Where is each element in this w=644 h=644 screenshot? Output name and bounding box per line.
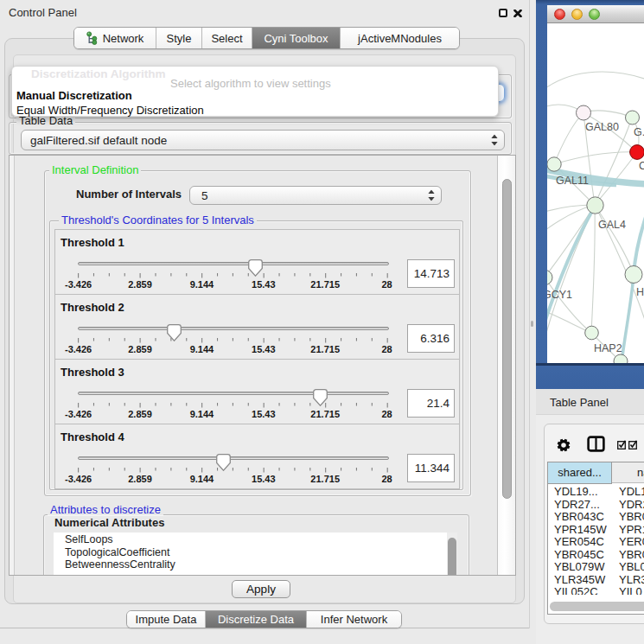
svg-text:H: H xyxy=(636,286,644,298)
svg-text:GAL80: GAL80 xyxy=(585,121,619,133)
svg-text:G.: G. xyxy=(634,126,644,138)
svg-text:C: C xyxy=(639,160,644,172)
svg-text:GAL11: GAL11 xyxy=(556,175,589,187)
svg-text:GAL4: GAL4 xyxy=(598,219,626,231)
svg-text:HAP2: HAP2 xyxy=(594,342,622,354)
svg-text:GCY1: GCY1 xyxy=(547,289,572,301)
